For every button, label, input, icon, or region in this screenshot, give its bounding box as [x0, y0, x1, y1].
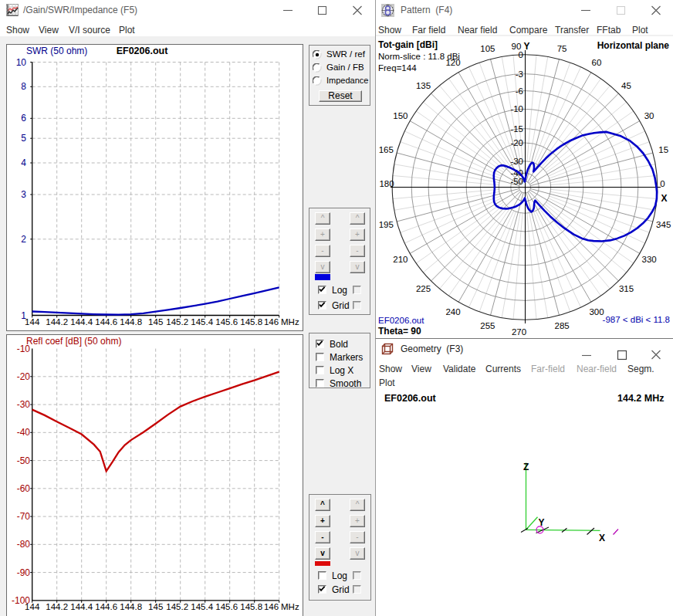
svg-text:Theta= 90: Theta= 90 — [378, 326, 421, 337]
svg-text:15: 15 — [658, 145, 668, 154]
svg-text:Z: Z — [523, 462, 529, 472]
svg-text:3: 3 — [21, 189, 26, 200]
svg-text:90: 90 — [512, 42, 522, 51]
svg-text:225: 225 — [416, 284, 431, 293]
svg-text:X: X — [661, 193, 668, 204]
svg-text:145.8: 145.8 — [240, 602, 262, 611]
svg-text:4: 4 — [21, 157, 26, 168]
svg-text:146: 146 — [264, 602, 279, 611]
svg-text:Norm-slice : 11.8 dBi: Norm-slice : 11.8 dBi — [378, 52, 460, 61]
svg-text:-50: -50 — [17, 455, 31, 466]
svg-text:Y: Y — [524, 41, 530, 52]
svg-text:144.2: 144.2 — [46, 317, 68, 327]
svg-text:10: 10 — [16, 57, 27, 68]
svg-text:Tot-gain [dBi]: Tot-gain [dBi] — [378, 39, 438, 50]
svg-text:-20: -20 — [510, 138, 523, 147]
svg-text:2: 2 — [21, 234, 26, 245]
svg-text:144.8: 144.8 — [120, 602, 142, 611]
svg-text:180: 180 — [379, 179, 394, 188]
svg-text:-6: -6 — [516, 86, 523, 96]
svg-text:-10: -10 — [510, 104, 523, 113]
svg-text:144.4: 144.4 — [70, 602, 93, 611]
svg-text:270: 270 — [512, 327, 526, 337]
svg-text:144.8: 144.8 — [120, 317, 142, 327]
svg-text:145: 145 — [148, 602, 163, 611]
svg-text:-20: -20 — [17, 371, 31, 382]
svg-text:0: 0 — [519, 50, 523, 59]
svg-text:145.2: 145.2 — [166, 317, 188, 327]
svg-text:345: 345 — [656, 220, 671, 229]
svg-text:6: 6 — [21, 113, 26, 124]
svg-text:-40: -40 — [17, 427, 31, 438]
svg-text:145.2: 145.2 — [166, 602, 188, 611]
svg-text:145: 145 — [148, 317, 163, 327]
svg-text:105: 105 — [480, 44, 495, 53]
svg-text:210: 210 — [393, 255, 408, 264]
svg-text:MHz: MHz — [281, 602, 299, 611]
svg-text:Horizontal plane: Horizontal plane — [597, 40, 670, 51]
svg-text:144.2: 144.2 — [46, 602, 68, 611]
svg-text:285: 285 — [555, 321, 570, 330]
svg-text:45: 45 — [621, 81, 631, 90]
svg-text:-987 < dBi < 11.8: -987 < dBi < 11.8 — [603, 315, 670, 324]
svg-text:145.4: 145.4 — [191, 317, 213, 327]
svg-text:315: 315 — [619, 284, 634, 293]
svg-text:Y: Y — [539, 517, 545, 528]
svg-text:60: 60 — [592, 58, 602, 67]
svg-text:-70: -70 — [17, 511, 31, 522]
svg-text:75: 75 — [557, 44, 567, 53]
svg-text:-30: -30 — [17, 399, 31, 410]
svg-text:144.6: 144.6 — [95, 317, 117, 327]
svg-text:EF0206.out: EF0206.out — [117, 46, 169, 56]
svg-text:SWR (50 ohm): SWR (50 ohm) — [26, 46, 87, 56]
svg-text:145.4: 145.4 — [191, 602, 213, 611]
svg-text:-15: -15 — [510, 124, 523, 134]
svg-text:X: X — [599, 533, 605, 543]
svg-text:145.6: 145.6 — [215, 602, 238, 611]
svg-text:165: 165 — [379, 145, 394, 154]
svg-text:5: 5 — [21, 133, 26, 144]
svg-text:145.6: 145.6 — [215, 317, 238, 327]
svg-text:0: 0 — [660, 179, 665, 188]
svg-text:-60: -60 — [17, 483, 31, 494]
svg-text:144.4: 144.4 — [70, 317, 93, 327]
svg-text:EF0206.out: EF0206.out — [378, 316, 424, 325]
svg-text:-30: -30 — [510, 157, 523, 166]
svg-text:255: 255 — [480, 321, 495, 330]
svg-text:330: 330 — [642, 255, 657, 264]
svg-text:240: 240 — [445, 307, 460, 316]
svg-text:135: 135 — [416, 81, 431, 90]
svg-text:Refl coef [dB] (50 ohm): Refl coef [dB] (50 ohm) — [26, 336, 121, 347]
svg-text:-90: -90 — [17, 567, 31, 578]
svg-text:-3: -3 — [516, 69, 523, 79]
svg-text:144.6: 144.6 — [95, 602, 117, 611]
svg-text:MHz: MHz — [281, 317, 299, 327]
svg-text:150: 150 — [393, 111, 408, 120]
svg-text:-80: -80 — [17, 539, 31, 550]
svg-text:30: 30 — [644, 111, 654, 120]
svg-text:Freq=144: Freq=144 — [378, 63, 417, 73]
svg-text:145.8: 145.8 — [240, 317, 262, 327]
svg-text:8: 8 — [21, 81, 26, 92]
svg-text:144: 144 — [25, 317, 40, 327]
svg-text:146: 146 — [264, 317, 279, 327]
svg-text:-50: -50 — [510, 177, 523, 186]
svg-text:144: 144 — [25, 602, 40, 611]
svg-text:195: 195 — [379, 220, 394, 229]
